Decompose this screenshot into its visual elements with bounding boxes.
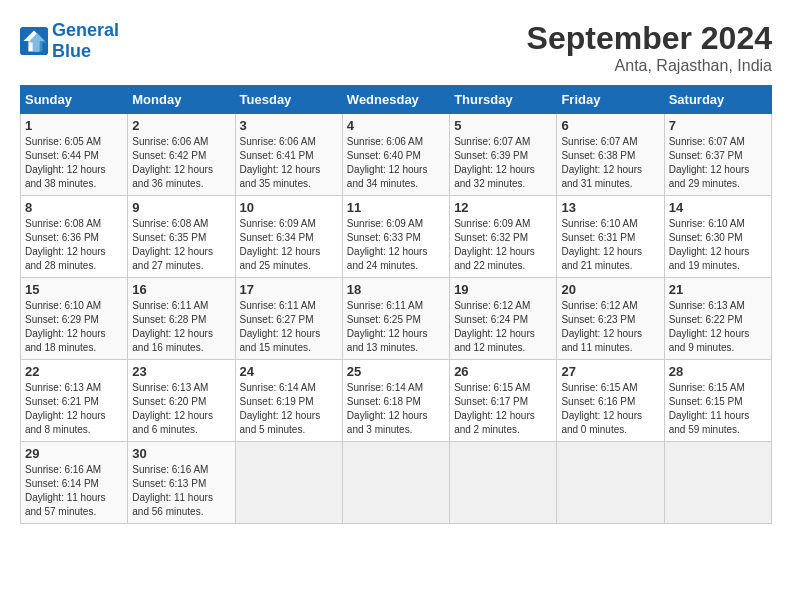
day-number: 16 (132, 282, 230, 297)
calendar-body: 1Sunrise: 6:05 AM Sunset: 6:44 PM Daylig… (21, 114, 772, 524)
day-number: 24 (240, 364, 338, 379)
day-number: 17 (240, 282, 338, 297)
day-number: 7 (669, 118, 767, 133)
day-number: 28 (669, 364, 767, 379)
weekday-header-sunday: Sunday (21, 86, 128, 114)
month-title: September 2024 (527, 20, 772, 57)
calendar-cell: 9Sunrise: 6:08 AM Sunset: 6:35 PM Daylig… (128, 196, 235, 278)
calendar-cell: 22Sunrise: 6:13 AM Sunset: 6:21 PM Dayli… (21, 360, 128, 442)
day-info: Sunrise: 6:06 AM Sunset: 6:41 PM Dayligh… (240, 135, 338, 191)
calendar-cell: 8Sunrise: 6:08 AM Sunset: 6:36 PM Daylig… (21, 196, 128, 278)
weekday-header-thursday: Thursday (450, 86, 557, 114)
day-info: Sunrise: 6:08 AM Sunset: 6:36 PM Dayligh… (25, 217, 123, 273)
day-number: 18 (347, 282, 445, 297)
day-number: 27 (561, 364, 659, 379)
day-info: Sunrise: 6:13 AM Sunset: 6:22 PM Dayligh… (669, 299, 767, 355)
day-number: 6 (561, 118, 659, 133)
calendar-cell (664, 442, 771, 524)
calendar-cell: 19Sunrise: 6:12 AM Sunset: 6:24 PM Dayli… (450, 278, 557, 360)
calendar-cell: 4Sunrise: 6:06 AM Sunset: 6:40 PM Daylig… (342, 114, 449, 196)
day-info: Sunrise: 6:10 AM Sunset: 6:29 PM Dayligh… (25, 299, 123, 355)
calendar-cell: 6Sunrise: 6:07 AM Sunset: 6:38 PM Daylig… (557, 114, 664, 196)
day-info: Sunrise: 6:10 AM Sunset: 6:30 PM Dayligh… (669, 217, 767, 273)
day-number: 22 (25, 364, 123, 379)
weekday-header-row: SundayMondayTuesdayWednesdayThursdayFrid… (21, 86, 772, 114)
calendar-cell: 25Sunrise: 6:14 AM Sunset: 6:18 PM Dayli… (342, 360, 449, 442)
day-info: Sunrise: 6:14 AM Sunset: 6:18 PM Dayligh… (347, 381, 445, 437)
day-number: 8 (25, 200, 123, 215)
day-info: Sunrise: 6:06 AM Sunset: 6:42 PM Dayligh… (132, 135, 230, 191)
day-number: 14 (669, 200, 767, 215)
calendar-cell: 10Sunrise: 6:09 AM Sunset: 6:34 PM Dayli… (235, 196, 342, 278)
day-number: 29 (25, 446, 123, 461)
day-number: 13 (561, 200, 659, 215)
calendar-week-4: 22Sunrise: 6:13 AM Sunset: 6:21 PM Dayli… (21, 360, 772, 442)
day-info: Sunrise: 6:12 AM Sunset: 6:23 PM Dayligh… (561, 299, 659, 355)
day-number: 12 (454, 200, 552, 215)
day-info: Sunrise: 6:15 AM Sunset: 6:16 PM Dayligh… (561, 381, 659, 437)
day-info: Sunrise: 6:13 AM Sunset: 6:21 PM Dayligh… (25, 381, 123, 437)
day-info: Sunrise: 6:06 AM Sunset: 6:40 PM Dayligh… (347, 135, 445, 191)
calendar-cell: 24Sunrise: 6:14 AM Sunset: 6:19 PM Dayli… (235, 360, 342, 442)
day-info: Sunrise: 6:10 AM Sunset: 6:31 PM Dayligh… (561, 217, 659, 273)
calendar-cell: 15Sunrise: 6:10 AM Sunset: 6:29 PM Dayli… (21, 278, 128, 360)
calendar-cell: 26Sunrise: 6:15 AM Sunset: 6:17 PM Dayli… (450, 360, 557, 442)
day-info: Sunrise: 6:09 AM Sunset: 6:34 PM Dayligh… (240, 217, 338, 273)
calendar-cell: 12Sunrise: 6:09 AM Sunset: 6:32 PM Dayli… (450, 196, 557, 278)
calendar-cell: 16Sunrise: 6:11 AM Sunset: 6:28 PM Dayli… (128, 278, 235, 360)
day-number: 21 (669, 282, 767, 297)
logo: General Blue (20, 20, 119, 61)
day-info: Sunrise: 6:09 AM Sunset: 6:32 PM Dayligh… (454, 217, 552, 273)
day-info: Sunrise: 6:08 AM Sunset: 6:35 PM Dayligh… (132, 217, 230, 273)
logo-text-general: General (52, 20, 119, 41)
day-info: Sunrise: 6:15 AM Sunset: 6:15 PM Dayligh… (669, 381, 767, 437)
weekday-header-friday: Friday (557, 86, 664, 114)
calendar-cell: 18Sunrise: 6:11 AM Sunset: 6:25 PM Dayli… (342, 278, 449, 360)
day-number: 5 (454, 118, 552, 133)
calendar-cell: 28Sunrise: 6:15 AM Sunset: 6:15 PM Dayli… (664, 360, 771, 442)
calendar-cell (450, 442, 557, 524)
day-info: Sunrise: 6:12 AM Sunset: 6:24 PM Dayligh… (454, 299, 552, 355)
calendar-cell: 2Sunrise: 6:06 AM Sunset: 6:42 PM Daylig… (128, 114, 235, 196)
calendar-cell: 20Sunrise: 6:12 AM Sunset: 6:23 PM Dayli… (557, 278, 664, 360)
calendar-cell: 21Sunrise: 6:13 AM Sunset: 6:22 PM Dayli… (664, 278, 771, 360)
calendar-header: SundayMondayTuesdayWednesdayThursdayFrid… (21, 86, 772, 114)
location-subtitle: Anta, Rajasthan, India (527, 57, 772, 75)
calendar-cell: 27Sunrise: 6:15 AM Sunset: 6:16 PM Dayli… (557, 360, 664, 442)
calendar-table: SundayMondayTuesdayWednesdayThursdayFrid… (20, 85, 772, 524)
calendar-cell (342, 442, 449, 524)
day-info: Sunrise: 6:14 AM Sunset: 6:19 PM Dayligh… (240, 381, 338, 437)
day-number: 25 (347, 364, 445, 379)
calendar-cell: 3Sunrise: 6:06 AM Sunset: 6:41 PM Daylig… (235, 114, 342, 196)
day-info: Sunrise: 6:16 AM Sunset: 6:14 PM Dayligh… (25, 463, 123, 519)
title-area: September 2024 Anta, Rajasthan, India (527, 20, 772, 75)
day-number: 15 (25, 282, 123, 297)
logo-icon (20, 27, 48, 55)
page-header: General Blue September 2024 Anta, Rajast… (20, 20, 772, 75)
weekday-header-saturday: Saturday (664, 86, 771, 114)
calendar-week-2: 8Sunrise: 6:08 AM Sunset: 6:36 PM Daylig… (21, 196, 772, 278)
day-number: 3 (240, 118, 338, 133)
calendar-cell: 7Sunrise: 6:07 AM Sunset: 6:37 PM Daylig… (664, 114, 771, 196)
calendar-cell: 1Sunrise: 6:05 AM Sunset: 6:44 PM Daylig… (21, 114, 128, 196)
calendar-cell: 30Sunrise: 6:16 AM Sunset: 6:13 PM Dayli… (128, 442, 235, 524)
day-number: 19 (454, 282, 552, 297)
day-info: Sunrise: 6:15 AM Sunset: 6:17 PM Dayligh… (454, 381, 552, 437)
day-number: 4 (347, 118, 445, 133)
calendar-cell: 5Sunrise: 6:07 AM Sunset: 6:39 PM Daylig… (450, 114, 557, 196)
day-info: Sunrise: 6:11 AM Sunset: 6:27 PM Dayligh… (240, 299, 338, 355)
calendar-week-3: 15Sunrise: 6:10 AM Sunset: 6:29 PM Dayli… (21, 278, 772, 360)
day-number: 26 (454, 364, 552, 379)
day-number: 23 (132, 364, 230, 379)
calendar-cell (235, 442, 342, 524)
day-info: Sunrise: 6:11 AM Sunset: 6:28 PM Dayligh… (132, 299, 230, 355)
day-number: 20 (561, 282, 659, 297)
calendar-cell: 23Sunrise: 6:13 AM Sunset: 6:20 PM Dayli… (128, 360, 235, 442)
day-number: 1 (25, 118, 123, 133)
calendar-week-1: 1Sunrise: 6:05 AM Sunset: 6:44 PM Daylig… (21, 114, 772, 196)
weekday-header-tuesday: Tuesday (235, 86, 342, 114)
calendar-cell: 11Sunrise: 6:09 AM Sunset: 6:33 PM Dayli… (342, 196, 449, 278)
logo-text-blue: Blue (52, 41, 119, 62)
day-info: Sunrise: 6:07 AM Sunset: 6:39 PM Dayligh… (454, 135, 552, 191)
weekday-header-monday: Monday (128, 86, 235, 114)
